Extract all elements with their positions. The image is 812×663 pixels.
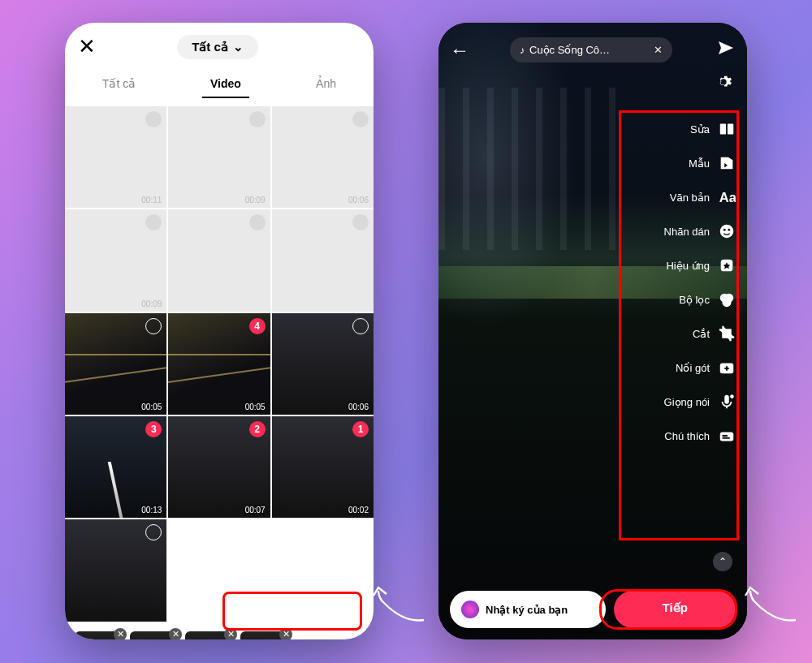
selection-circle [249, 214, 266, 230]
media-cell[interactable]: 00:05 [65, 313, 166, 415]
tool-effect[interactable]: Hiệu ứng [664, 256, 736, 274]
selected-strip: ✕00:02✕00:07✕00:13✕00:05 [65, 622, 374, 639]
duration-label: 00:05 [245, 403, 266, 411]
selection-circle [145, 214, 162, 230]
sticker-icon [718, 222, 736, 240]
close-button[interactable]: ✕ [78, 34, 96, 59]
svg-point-5 [728, 229, 730, 231]
noigot-icon [718, 359, 736, 377]
svg-point-3 [720, 225, 734, 239]
chevron-down-icon: ⌄ [233, 40, 244, 54]
selection-circle [145, 111, 162, 127]
selected-thumb[interactable]: ✕00:02 [75, 631, 123, 639]
back-button[interactable]: ← [450, 39, 469, 62]
tool-label: Giọng nói [664, 396, 710, 408]
music-pill[interactable]: ♪ Cuộc Sống Cô… ✕ [510, 37, 672, 62]
media-cell[interactable] [168, 209, 270, 311]
crop-icon [718, 325, 736, 342]
collapse-tools-button[interactable]: ⌃ [713, 552, 732, 571]
selection-badge: 3 [145, 421, 162, 437]
selected-thumb[interactable]: ✕00:05 [240, 631, 289, 639]
svg-rect-13 [720, 432, 734, 441]
tool-sticker[interactable]: Nhãn dán [664, 222, 736, 240]
tab-photo[interactable]: Ảnh [308, 71, 345, 98]
album-title: Tất cả [192, 40, 228, 54]
duration-label: 00:05 [141, 403, 162, 411]
music-title: Cuộc Sống Cô… [529, 44, 610, 56]
media-cell[interactable] [65, 519, 166, 621]
settings-button[interactable] [715, 73, 732, 95]
tool-label: Mẫu [689, 157, 710, 170]
media-grid: 00:1100:0900:0600:0900:0500:05400:0600:1… [65, 106, 374, 622]
edit-icon [718, 120, 736, 138]
arrow-left [370, 584, 427, 625]
tool-label: Cắt [693, 328, 710, 340]
tool-noigot[interactable]: Nối gót [664, 359, 736, 377]
music-remove-icon[interactable]: ✕ [654, 44, 663, 56]
media-cell[interactable] [272, 209, 374, 311]
selection-badge: 4 [249, 318, 266, 334]
svg-point-12 [730, 394, 734, 398]
duration-label: 00:09 [245, 196, 266, 204]
editor-next-button[interactable]: Tiếp [614, 591, 736, 628]
media-cell[interactable]: 00:072 [168, 416, 270, 518]
tool-label: Chú thích [664, 430, 710, 442]
media-cell[interactable]: 00:021 [272, 416, 374, 518]
tool-label: Sửa [690, 123, 710, 136]
your-story-button[interactable]: Nhật ký của bạn [450, 591, 606, 628]
tool-text[interactable]: Văn bảnAa [664, 188, 736, 206]
selection-circle [249, 111, 266, 127]
media-cell[interactable]: 00:133 [65, 416, 166, 518]
selection-circle [352, 214, 369, 230]
tab-all[interactable]: Tất cả [94, 71, 144, 98]
editor-top-bar: ← ♪ Cuộc Sống Cô… ✕ [438, 37, 747, 62]
media-picker-screen: ✕ Tất cả ⌄ Tất cả Video Ảnh 00:1100:0900… [65, 23, 374, 639]
media-cell[interactable]: 00:054 [168, 313, 270, 415]
album-dropdown[interactable]: Tất cả ⌄ [177, 35, 258, 59]
duration-label: 00:02 [348, 506, 369, 514]
video-editor-screen: ← ♪ Cuộc Sống Cô… ✕ SửaMẫuVăn bảnAaNhãn … [438, 23, 747, 639]
tool-voice[interactable]: Giọng nói [664, 393, 736, 411]
remove-thumb-icon[interactable]: ✕ [114, 628, 127, 639]
media-cell[interactable]: 00:09 [65, 209, 166, 311]
selection-badge: 1 [352, 421, 369, 437]
tool-filter[interactable]: Bộ lọc [664, 291, 736, 308]
svg-rect-15 [723, 437, 730, 439]
tool-label: Bộ lọc [679, 294, 710, 306]
svg-point-9 [723, 298, 732, 307]
avatar-icon [461, 601, 479, 618]
svg-rect-11 [724, 395, 729, 404]
arrow-right [742, 584, 799, 625]
tab-video[interactable]: Video [202, 71, 249, 98]
duration-label: 00:07 [245, 506, 266, 514]
remove-thumb-icon[interactable]: ✕ [169, 628, 182, 639]
remove-thumb-icon[interactable]: ✕ [224, 628, 237, 639]
tool-edit[interactable]: Sửa [664, 120, 736, 138]
tool-crop[interactable]: Cắt [664, 325, 736, 342]
duration-label: 00:13 [141, 506, 162, 514]
duration-label: 00:11 [141, 196, 162, 204]
editor-bottom-bar: Nhật ký của bạn Tiếp [438, 591, 747, 628]
selected-thumb[interactable]: ✕00:13 [185, 631, 234, 639]
share-button[interactable] [716, 38, 736, 62]
media-cell[interactable]: 00:06 [272, 106, 374, 208]
editor-tools: SửaMẫuVăn bảnAaNhãn dánHiệu ứngBộ lọcCắt… [664, 120, 736, 445]
tool-template[interactable]: Mẫu [664, 154, 736, 172]
tool-caption[interactable]: Chú thích [664, 427, 736, 445]
media-cell[interactable]: 00:06 [272, 313, 374, 415]
selection-circle [145, 318, 162, 334]
filter-icon [718, 291, 736, 308]
duration-label: 00:09 [141, 299, 162, 308]
selection-badge: 2 [249, 421, 266, 437]
media-cell[interactable]: 00:11 [65, 106, 166, 208]
selection-circle [352, 111, 369, 127]
tool-label: Văn bản [670, 192, 710, 204]
duration-label: 00:06 [348, 403, 369, 411]
media-cell[interactable]: 00:09 [168, 106, 270, 208]
remove-thumb-icon[interactable]: ✕ [279, 628, 292, 639]
svg-rect-14 [723, 435, 728, 437]
svg-text:Aa: Aa [719, 190, 736, 204]
selected-thumb[interactable]: ✕00:07 [130, 631, 179, 639]
template-icon [718, 154, 736, 172]
svg-rect-0 [720, 124, 726, 135]
